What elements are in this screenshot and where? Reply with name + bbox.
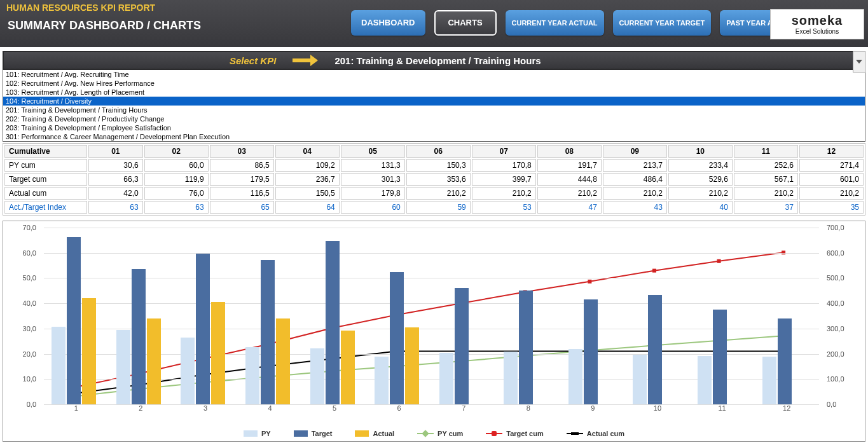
bar-py [181,338,195,404]
legend-actual: Actual [355,430,394,437]
brand-name: someka [792,13,843,28]
brand-logo: someka Excel Solutions [770,9,864,39]
bar-py [439,353,453,404]
svg-rect-22 [717,259,721,263]
legend-target: Target [294,430,333,437]
legend-actual-cum: Actual cum [567,430,624,437]
nav-current-year-target-button[interactable]: CURRENT YEAR TARGET [613,10,712,36]
x-axis: 123456789101112 [44,404,819,414]
dropdown-item[interactable]: 203: Training & Development / Employee S… [3,123,865,132]
bar-actual [82,298,96,404]
bar-target [132,269,146,404]
nav-dashboard-button[interactable]: DASHBOARD [351,10,425,36]
dropdown-item[interactable]: 201: Training & Development / Training H… [3,106,865,114]
nav-current-year-actual-button[interactable]: CURRENT YEAR ACTUAL [506,10,604,36]
dropdown-item[interactable]: 103: Recruitment / Avg. Length of Placem… [3,88,865,97]
kpi-selected-value: 201: Training & Development / Training H… [334,55,541,66]
chart-legend: PY Target Actual PY cum Target cum Actua… [3,430,865,437]
bar-actual [341,331,355,404]
bar-py [375,357,389,404]
bar-py [116,330,130,404]
bar-py [310,348,324,404]
dropdown-item[interactable]: 102: Recruitment / Avg. New Hires Perfor… [3,79,865,88]
bar-actual [405,327,419,404]
bar-target [778,318,792,404]
plot-area [44,228,819,404]
bar-actual [211,302,225,404]
bar-target [713,310,727,404]
bar-py [633,355,647,404]
kpi-select-label: Select KPI [230,55,276,66]
bar-target [519,291,533,404]
cumulative-table: Cumulative010203040506070809101112PY cum… [3,143,865,216]
kpi-dropdown-list[interactable]: 101: Recruitment / Avg. Recruiting Time1… [3,70,865,142]
bar-target [584,299,598,404]
bar-target [455,288,469,404]
y-axis-right: 0,0100,0200,0300,0400,0500,0600,0700,0 [823,228,865,404]
svg-rect-21 [652,269,656,273]
kpi-dropdown-button[interactable] [853,51,865,72]
arrow-right-icon [293,55,318,65]
svg-rect-20 [588,280,591,284]
nav-charts-button[interactable]: CHARTS [434,10,497,36]
bar-actual [276,318,290,404]
chart-panel: 0,010,020,030,040,050,060,070,0 0,0100,0… [3,221,865,442]
dropdown-item[interactable]: 101: Recruitment / Avg. Recruiting Time [3,70,865,79]
legend-target-cum: Target cum [486,430,543,437]
y-axis-left: 0,010,020,030,040,050,060,070,0 [3,228,40,404]
bar-actual [147,318,161,404]
bar-py [698,356,712,404]
bar-py [504,352,518,404]
kpi-select-bar: Select KPI 201: Training & Development /… [3,51,865,70]
legend-py: PY [244,430,271,437]
nav: DASHBOARD CHARTS CURRENT YEAR ACTUAL CUR… [351,10,803,36]
bar-target [261,260,275,404]
dropdown-item[interactable]: 301: Performance & Career Management / D… [3,132,865,141]
brand-tagline: Excel Solutions [796,28,839,35]
bar-target [648,295,662,404]
bar-py [568,349,582,404]
bar-target [326,241,340,404]
bar-py [52,327,65,404]
dropdown-item[interactable]: 202: Training & Development / Productivi… [3,114,865,123]
bar-py [762,357,776,404]
bar-target [196,254,210,404]
dropdown-item[interactable]: 104: Recruitment / Diversity [3,97,865,106]
bar-target [390,272,404,404]
chevron-down-icon [856,60,862,64]
bar-target [67,237,81,404]
header-bar: HUMAN RESOURCES KPI REPORT SUMMARY DASHB… [0,0,868,47]
legend-py-cum: PY cum [417,430,463,437]
bar-py [245,347,259,404]
